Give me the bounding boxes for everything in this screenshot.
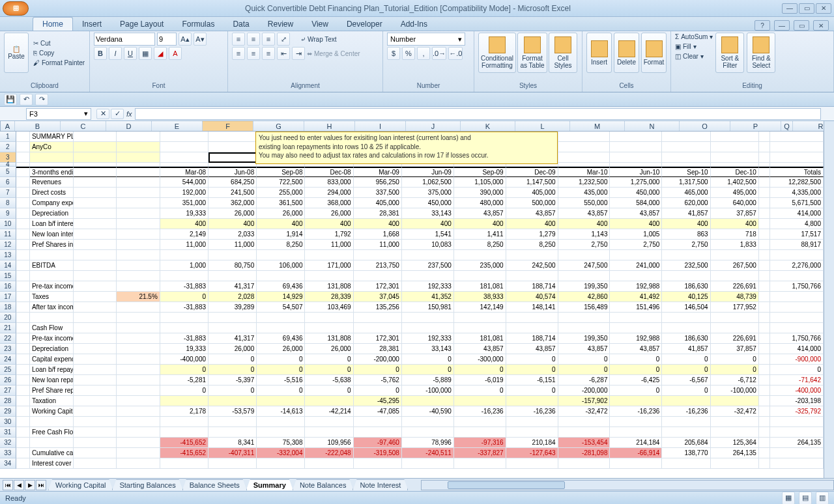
cell[interactable]: Cumulative cash flow xyxy=(30,448,74,458)
cell[interactable]: 0 xyxy=(506,365,558,375)
tab-nav-prev[interactable]: ◀ xyxy=(14,480,24,490)
cell[interactable]: 40,574 xyxy=(506,292,558,302)
cell[interactable]: -415,652 xyxy=(160,438,208,448)
cell[interactable]: 833,000 xyxy=(305,177,353,188)
cell[interactable]: 41,317 xyxy=(208,281,257,292)
cell[interactable]: 400 xyxy=(354,219,402,229)
cell[interactable] xyxy=(402,313,454,323)
cell[interactable]: 2,750 xyxy=(610,240,662,250)
cell[interactable]: Pref Shares interest xyxy=(30,240,74,250)
cell[interactable] xyxy=(610,313,662,323)
tab-developer[interactable]: Developer xyxy=(338,18,392,31)
cell[interactable] xyxy=(160,458,208,469)
cell[interactable] xyxy=(16,448,30,458)
merge-center-button[interactable]: ⬌Merge & Center xyxy=(307,49,360,58)
cell[interactable]: -5,281 xyxy=(160,375,208,385)
cell[interactable] xyxy=(208,417,257,427)
cell[interactable] xyxy=(454,323,506,333)
cell[interactable] xyxy=(711,142,759,152)
cell[interactable]: -5,638 xyxy=(305,375,353,385)
cell[interactable]: 2,178 xyxy=(160,406,208,417)
bold-button[interactable]: B xyxy=(94,47,107,60)
cell[interactable] xyxy=(117,427,160,438)
cell[interactable] xyxy=(160,313,208,323)
cell[interactable]: 11,000 xyxy=(305,240,353,250)
cell[interactable]: 2,750 xyxy=(558,240,611,250)
cell[interactable] xyxy=(74,458,117,469)
cell[interactable] xyxy=(454,417,506,427)
cell[interactable] xyxy=(759,406,770,417)
cell[interactable]: Taxation xyxy=(30,396,74,406)
row-header[interactable]: 31 xyxy=(0,427,16,438)
cell[interactable] xyxy=(770,142,824,152)
cell[interactable]: 14,929 xyxy=(257,292,305,302)
cell[interactable]: 192,988 xyxy=(610,281,662,292)
cell[interactable]: 0 xyxy=(354,385,402,396)
cell[interactable] xyxy=(74,132,117,142)
tab-home[interactable]: Home xyxy=(33,17,73,31)
italic-button[interactable]: I xyxy=(109,47,122,60)
tab-page-layout[interactable]: Page Layout xyxy=(111,18,173,31)
cell[interactable]: 156,489 xyxy=(558,302,611,313)
cell[interactable] xyxy=(770,302,824,313)
cell[interactable] xyxy=(402,250,454,260)
office-button[interactable]: ⊞ xyxy=(3,1,29,16)
cell[interactable] xyxy=(558,142,611,152)
format-painter-button[interactable]: 🖌Format Painter xyxy=(33,59,85,67)
row-header[interactable]: 1 xyxy=(0,132,16,142)
cell[interactable] xyxy=(160,427,208,438)
row-header[interactable]: 28 xyxy=(0,396,16,406)
cell[interactable]: 19,333 xyxy=(160,344,208,354)
cell[interactable] xyxy=(770,292,824,302)
cell[interactable]: 0 xyxy=(402,354,454,365)
cell[interactable]: 264,135 xyxy=(711,448,759,458)
cell[interactable]: 0 xyxy=(208,354,257,365)
cell[interactable] xyxy=(16,385,30,396)
cell[interactable] xyxy=(16,260,30,271)
cell[interactable]: -47,085 xyxy=(354,406,402,417)
cell[interactable] xyxy=(402,271,454,281)
cell[interactable] xyxy=(257,396,305,406)
cell[interactable] xyxy=(257,250,305,260)
cell[interactable] xyxy=(662,427,710,438)
cell[interactable] xyxy=(16,142,30,152)
cell[interactable] xyxy=(354,427,402,438)
cell[interactable] xyxy=(117,250,160,260)
cell[interactable]: 131,808 xyxy=(305,333,353,344)
cell[interactable] xyxy=(16,354,30,365)
cell[interactable]: 235,000 xyxy=(454,260,506,271)
cell[interactable] xyxy=(770,271,824,281)
cell[interactable] xyxy=(117,438,160,448)
cell[interactable] xyxy=(208,396,257,406)
cell[interactable] xyxy=(558,250,611,260)
cell[interactable] xyxy=(16,240,30,250)
cell[interactable]: 5,671,500 xyxy=(770,198,824,208)
cell[interactable]: 4,335,000 xyxy=(770,188,824,198)
cell[interactable]: 43,857 xyxy=(454,208,506,219)
cell[interactable]: Cash Flow xyxy=(30,323,74,333)
cell[interactable] xyxy=(711,427,759,438)
font-name-select[interactable] xyxy=(94,33,155,46)
cell[interactable] xyxy=(711,396,759,406)
cell[interactable] xyxy=(662,396,710,406)
cell[interactable] xyxy=(759,323,770,333)
cell[interactable]: 33,143 xyxy=(402,208,454,219)
cell[interactable]: 2,149 xyxy=(160,229,208,240)
enter-formula-icon[interactable]: ✓ xyxy=(111,109,124,119)
column-header-F[interactable]: F xyxy=(203,121,253,131)
cell[interactable]: 3-months ending > xyxy=(30,167,74,177)
cell[interactable]: Jun-08 xyxy=(208,167,257,177)
cell[interactable]: 414,000 xyxy=(770,344,824,354)
cell[interactable]: -200,000 xyxy=(558,385,611,396)
cell[interactable] xyxy=(16,132,30,142)
cell[interactable]: 43,857 xyxy=(506,344,558,354)
column-header-K[interactable]: K xyxy=(461,121,515,131)
cell[interactable]: -200,000 xyxy=(354,354,402,365)
cell[interactable] xyxy=(759,260,770,271)
cell[interactable]: -153,454 xyxy=(558,438,611,448)
cell[interactable] xyxy=(305,417,353,427)
cell[interactable]: Dec-08 xyxy=(305,167,353,177)
cell[interactable] xyxy=(759,385,770,396)
cell[interactable]: 0 xyxy=(160,385,208,396)
cell[interactable]: 584,000 xyxy=(610,198,662,208)
